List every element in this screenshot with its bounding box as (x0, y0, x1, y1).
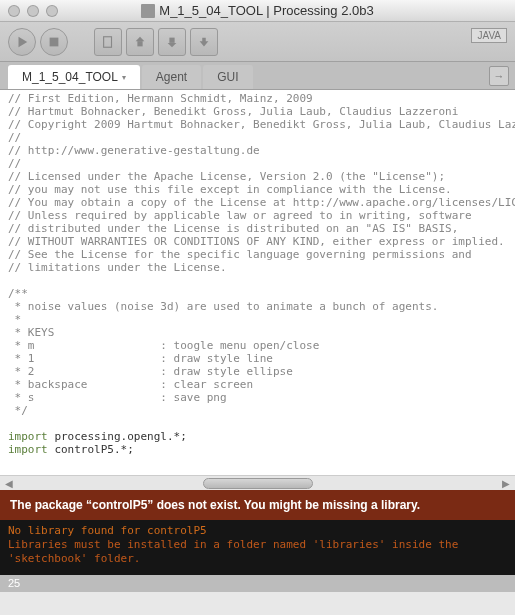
console: No library found for controlP5 Libraries… (0, 520, 515, 575)
open-sketch-button[interactable] (126, 28, 154, 56)
svg-rect-2 (137, 41, 142, 46)
tab-menu-button[interactable]: → (489, 66, 509, 86)
mode-selector[interactable]: JAVA (471, 28, 507, 43)
save-sketch-button[interactable] (158, 28, 186, 56)
open-icon (133, 35, 147, 49)
play-icon (15, 35, 29, 49)
tab-agent[interactable]: Agent (142, 65, 201, 89)
tab-label: GUI (217, 70, 238, 84)
svg-rect-3 (169, 37, 174, 42)
tab-main-sketch[interactable]: M_1_5_04_TOOL ▾ (8, 65, 140, 89)
sketch-file-icon (141, 4, 155, 18)
export-icon (197, 35, 211, 49)
code-editor[interactable]: // First Edition, Hermann Schmidt, Mainz… (0, 90, 515, 490)
new-sketch-button[interactable] (94, 28, 122, 56)
svg-rect-0 (50, 37, 59, 46)
line-number: 25 (8, 577, 20, 589)
toolbar: JAVA (0, 22, 515, 62)
export-button[interactable] (190, 28, 218, 56)
scroll-right-icon: ▶ (499, 478, 513, 489)
stop-button[interactable] (40, 28, 68, 56)
window-title: M_1_5_04_TOOL | Processing 2.0b3 (0, 3, 515, 18)
scrollbar-thumb[interactable] (203, 478, 313, 489)
stop-icon (47, 35, 61, 49)
horizontal-scrollbar[interactable]: ◀ ▶ (0, 475, 515, 490)
error-message-bar: The package “controlP5” does not exist. … (0, 490, 515, 520)
scroll-left-icon: ◀ (2, 478, 16, 489)
chevron-down-icon: ▾ (122, 73, 126, 82)
tab-bar: M_1_5_04_TOOL ▾ Agent GUI → (0, 62, 515, 90)
window-title-text: M_1_5_04_TOOL | Processing 2.0b3 (159, 3, 373, 18)
console-line: No library found for controlP5 (8, 524, 507, 538)
window-controls (0, 5, 58, 17)
tab-label: Agent (156, 70, 187, 84)
arrow-right-icon: → (494, 70, 505, 82)
save-icon (165, 35, 179, 49)
minimize-window-button[interactable] (27, 5, 39, 17)
tab-label: M_1_5_04_TOOL (22, 70, 118, 84)
zoom-window-button[interactable] (46, 5, 58, 17)
svg-rect-1 (104, 36, 112, 47)
run-button[interactable] (8, 28, 36, 56)
close-window-button[interactable] (8, 5, 20, 17)
status-bar: 25 (0, 575, 515, 592)
code-content: // First Edition, Hermann Schmidt, Mainz… (0, 90, 515, 460)
new-file-icon (101, 35, 115, 49)
titlebar: M_1_5_04_TOOL | Processing 2.0b3 (0, 0, 515, 22)
console-line: Libraries must be installed in a folder … (8, 538, 507, 566)
tab-gui[interactable]: GUI (203, 65, 252, 89)
